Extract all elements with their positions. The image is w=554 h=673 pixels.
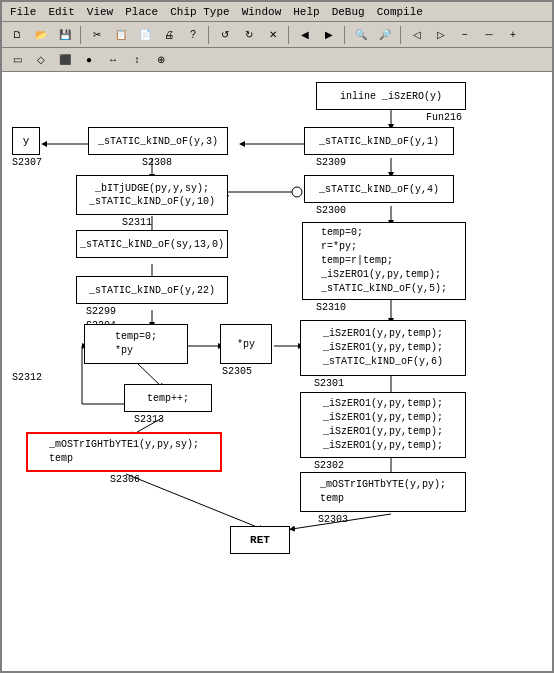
sep1	[80, 26, 82, 44]
box-y: y	[12, 127, 40, 155]
arrow-button[interactable]: ↔	[102, 50, 124, 70]
box-ret: RET	[230, 526, 290, 554]
menu-view[interactable]: View	[81, 5, 119, 19]
app-window: File Edit View Place Chip Type Window He…	[0, 0, 554, 673]
sep5	[400, 26, 402, 44]
label-s2308: S2308	[142, 157, 172, 168]
menu-place[interactable]: Place	[119, 5, 164, 19]
box-s2313: temp++;	[124, 384, 212, 412]
menu-compile[interactable]: Compile	[371, 5, 429, 19]
label-s2307: S2307	[12, 157, 42, 168]
zoom-in-button[interactable]: 🔍	[350, 25, 372, 45]
chip-button[interactable]: ⬛	[54, 50, 76, 70]
box-s2311: _bITjUDGE(py,y,sy);_sTATIC_kIND_oF(y,10)	[76, 175, 228, 215]
copy-button[interactable]: 📋	[110, 25, 132, 45]
svg-line-19	[126, 474, 262, 529]
print-button[interactable]: 🖨	[158, 25, 180, 45]
toolbar1: 🗋 📂 💾 ✂ 📋 📄 🖨 ? ↺ ↻ ✕ ◀ ▶ 🔍 🔎 ◁ ▷ − ─ +	[2, 22, 552, 48]
undo-button[interactable]: ↺	[214, 25, 236, 45]
line-button[interactable]: ─	[478, 25, 500, 45]
box-s2303: _mOSTrIGHTbYTE(y,py);temp	[300, 472, 466, 512]
redo-button[interactable]: ↻	[238, 25, 260, 45]
back-button[interactable]: ◀	[294, 25, 316, 45]
menu-file[interactable]: File	[4, 5, 42, 19]
label-s2305: S2305	[222, 366, 252, 377]
menu-help[interactable]: Help	[287, 5, 325, 19]
cut-button[interactable]: ✂	[86, 25, 108, 45]
label-s2306: S2306	[110, 474, 140, 485]
menu-edit[interactable]: Edit	[42, 5, 80, 19]
box-s2309: _sTATIC_kIND_oF(y,1)	[304, 127, 454, 155]
box-star-py: *py	[220, 324, 272, 364]
label-s2302: S2302	[314, 460, 344, 471]
label-s2301: S2301	[314, 378, 344, 389]
menu-debug[interactable]: DeBug	[326, 5, 371, 19]
box-s2300: _sTATIC_kIND_oF(y,4)	[304, 175, 454, 203]
plus-button[interactable]: +	[502, 25, 524, 45]
box-s2304: temp=0;*py	[84, 324, 188, 364]
delete-button[interactable]: ✕	[262, 25, 284, 45]
canvas-area[interactable]: inline _iSzERO(y) Fun216 _sTATIC_kIND_oF…	[2, 72, 552, 671]
paste-button[interactable]: 📄	[134, 25, 156, 45]
box-s2308: _sTATIC_kIND_oF(y,3)	[88, 127, 228, 155]
sep2	[208, 26, 210, 44]
box-s2306: _mOSTrIGHTbYTE1(y,py,sy);temp	[26, 432, 222, 472]
label-s2311: S2311	[122, 217, 152, 228]
new-button[interactable]: 🗋	[6, 25, 28, 45]
zoom-out-button[interactable]: 🔎	[374, 25, 396, 45]
box-s2301: _iSzERO1(y,py,temp);_iSzERO1(y,py,temp);…	[300, 320, 466, 376]
diagram-svg	[2, 72, 552, 671]
box-s2299: _sTATIC_kIND_oF(y,22)	[76, 276, 228, 304]
menu-window[interactable]: Window	[236, 5, 288, 19]
diamond-button[interactable]: ◇	[30, 50, 52, 70]
menu-chiptype[interactable]: Chip Type	[164, 5, 235, 19]
label-s2313: S2313	[134, 414, 164, 425]
rotate-button[interactable]: ↕	[126, 50, 148, 70]
help-button[interactable]: ?	[182, 25, 204, 45]
open-button[interactable]: 📂	[30, 25, 52, 45]
label-s2309: S2309	[316, 157, 346, 168]
label-s2303: S2303	[318, 514, 348, 525]
extra-button[interactable]: ⊕	[150, 50, 172, 70]
svg-point-7	[292, 187, 302, 197]
sep4	[344, 26, 346, 44]
minus-button[interactable]: −	[454, 25, 476, 45]
label-s2299: S2299	[86, 306, 116, 317]
label-s2312: S2312	[12, 372, 42, 383]
node-button[interactable]: ●	[78, 50, 100, 70]
label-fun216: Fun216	[426, 112, 462, 123]
box-s2302: _iSzERO1(y,py,temp);_iSzERO1(y,py,temp);…	[300, 392, 466, 458]
box-s2310: temp=0;r=*py;temp=r|temp;_iSzERO1(y,py,t…	[302, 222, 466, 300]
save-button[interactable]: 💾	[54, 25, 76, 45]
label-s2300: S2300	[316, 205, 346, 216]
sep3	[288, 26, 290, 44]
box-inline: inline _iSzERO(y)	[316, 82, 466, 110]
menubar: File Edit View Place Chip Type Window He…	[2, 2, 552, 22]
label-s2310: S2310	[316, 302, 346, 313]
left-button[interactable]: ◁	[406, 25, 428, 45]
select-button[interactable]: ▭	[6, 50, 28, 70]
forward-button[interactable]: ▶	[318, 25, 340, 45]
right-button[interactable]: ▷	[430, 25, 452, 45]
box-s2311b: _sTATIC_kIND_oF(sy,13,0)	[76, 230, 228, 258]
toolbar2: ▭ ◇ ⬛ ● ↔ ↕ ⊕	[2, 48, 552, 72]
